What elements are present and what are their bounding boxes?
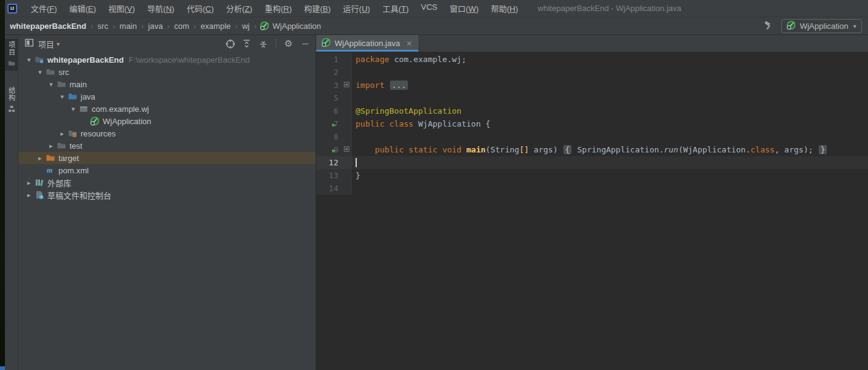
collapse-all-icon[interactable] [258, 38, 269, 49]
code-line-6[interactable]: 6@SpringBootApplication [316, 104, 868, 117]
menu-分析z[interactable]: 分析(Z) [220, 0, 259, 17]
breadcrumb-example[interactable]: example [199, 22, 232, 31]
expand-all-icon[interactable] [241, 38, 252, 49]
code-line-1[interactable]: 1package com.example.wj; [316, 53, 868, 66]
tree-item-草稿文件和控制台[interactable]: ▸草稿文件和控制台 [18, 189, 316, 201]
folded-region[interactable]: } [819, 145, 827, 154]
tree-item-whitepaperBackEnd[interactable]: ▾whitepaperBackEndF:\workspace\whitepape… [18, 53, 316, 66]
menu-构建b[interactable]: 构建(B) [298, 0, 336, 17]
menu-帮助h[interactable]: 帮助(H) [485, 0, 524, 17]
line-number[interactable]: 2 [333, 66, 338, 79]
locate-icon[interactable] [225, 38, 236, 49]
code-line-7[interactable]: 7▶public class WjApplication { [316, 117, 868, 130]
tree-item-pom.xml[interactable]: mpom.xml [18, 164, 316, 176]
line-number[interactable]: 3 [333, 79, 338, 92]
line-number[interactable]: 1 [333, 53, 338, 66]
build-hammer-icon[interactable] [763, 20, 774, 31]
tree-item-com.example.wj[interactable]: ▾com.example.wj [18, 103, 316, 115]
run-gutter-icon[interactable]: ▶ [332, 118, 336, 131]
editor-tab-wjapplication[interactable]: WjApplication.java ✕ [316, 35, 418, 52]
tree-item-src[interactable]: ▾src [18, 66, 316, 78]
tree-chevron-icon[interactable]: ▾ [34, 68, 46, 76]
editor-gutter[interactable]: 5 [316, 92, 351, 104]
fold-expand-icon[interactable]: + [344, 82, 349, 87]
code-line-8[interactable]: 8 [316, 130, 868, 143]
editor-gutter[interactable]: 8 [316, 130, 351, 143]
menu-重构r[interactable]: 重构(R) [258, 0, 298, 17]
intellij-window: IJ 文件(F)编辑(E)视图(V)导航(N)代码(C)分析(Z)重构(R)构建… [5, 0, 868, 370]
editor-gutter[interactable]: 7▶ [316, 117, 351, 130]
tree-chevron-icon[interactable]: ▸ [34, 154, 46, 162]
breadcrumb-main[interactable]: main [118, 22, 138, 31]
code-line-3[interactable]: 3+import ... [316, 79, 868, 92]
breadcrumb-com[interactable]: com [173, 22, 191, 31]
code-editor[interactable]: 1package com.example.wj;23+import ...56@… [316, 52, 868, 370]
chevron-down-icon[interactable]: ▾ [57, 41, 60, 47]
menu-编辑e[interactable]: 编辑(E) [63, 0, 102, 17]
editor-gutter[interactable]: 3+ [316, 79, 351, 92]
window-title: whitepaperBackEnd - WjApplication.java [538, 4, 681, 13]
tree-item-resources[interactable]: ▸resources [18, 127, 316, 140]
menu-代码c[interactable]: 代码(C) [180, 0, 220, 17]
folded-region[interactable]: { [563, 145, 572, 154]
breadcrumb-java[interactable]: java [147, 22, 164, 31]
line-number[interactable]: 14 [328, 182, 338, 195]
editor-gutter[interactable]: 13 [316, 169, 351, 182]
tree-chevron-icon[interactable]: ▾ [68, 105, 79, 113]
tree-item-java[interactable]: ▾java [18, 90, 316, 103]
tree-item-target[interactable]: ▸target [18, 152, 316, 164]
editor-gutter[interactable]: 9▶+ [316, 143, 351, 156]
menu-文件f[interactable]: 文件(F) [25, 0, 63, 17]
tree-chevron-icon[interactable]: ▸ [23, 179, 34, 187]
code-line-5[interactable]: 5 [316, 92, 868, 104]
editor-gutter[interactable]: 12 [316, 156, 351, 169]
breadcrumb-whitepaperBackEnd[interactable]: whitepaperBackEnd [9, 22, 87, 31]
hide-icon[interactable]: ─ [300, 38, 311, 49]
tree-item-test[interactable]: ▸test [18, 140, 316, 152]
breadcrumb-wj[interactable]: wj [241, 22, 250, 31]
breadcrumb-leaf-wjapplication[interactable]: WjApplication [260, 21, 321, 31]
fold-expand-icon[interactable]: + [344, 146, 349, 152]
run-configuration-selector[interactable]: WjApplication ▾ [781, 19, 862, 33]
editor-gutter[interactable]: 6 [316, 104, 351, 117]
line-number[interactable]: 5 [333, 92, 338, 104]
tree-chevron-icon[interactable]: ▸ [23, 191, 34, 199]
run-gutter-icon[interactable]: ▶ [332, 144, 336, 157]
menu-工具t[interactable]: 工具(T) [376, 0, 415, 17]
project-panel-title[interactable]: 项目 [38, 38, 54, 50]
project-panel-actions: ⚙─ [225, 38, 311, 49]
tree-chevron-icon[interactable]: ▸ [57, 130, 68, 138]
code-line-13[interactable]: 13} [316, 169, 868, 182]
code-line-14[interactable]: 14 [316, 182, 868, 195]
line-number[interactable]: 8 [333, 130, 338, 143]
code-line-9[interactable]: 9▶+ public static void main(String[] arg… [316, 143, 868, 156]
menu-导航n[interactable]: 导航(N) [141, 0, 180, 17]
close-icon[interactable]: ✕ [406, 39, 412, 48]
line-number[interactable]: 13 [328, 169, 338, 182]
editor-gutter[interactable]: 14 [316, 182, 351, 195]
folded-region[interactable]: ... [390, 81, 408, 90]
code-text [351, 66, 868, 79]
settings-icon[interactable]: ⚙ [283, 38, 294, 49]
menu-窗口w[interactable]: 窗口(W) [444, 0, 485, 17]
tree-chevron-icon[interactable]: ▾ [57, 93, 68, 101]
tree-item-外部库[interactable]: ▸外部库 [18, 176, 316, 189]
tree-item-WjApplication[interactable]: WjApplication [18, 115, 316, 127]
line-number[interactable]: 12 [328, 156, 338, 169]
stripe-button-结构[interactable]: 结构 [5, 84, 18, 116]
tree-item-label: main [70, 80, 87, 89]
menu-视图v[interactable]: 视图(V) [102, 0, 141, 17]
editor-gutter[interactable]: 2 [316, 66, 351, 79]
code-line-2[interactable]: 2 [316, 66, 868, 79]
tree-chevron-icon[interactable]: ▾ [23, 56, 34, 64]
editor-gutter[interactable]: 1 [316, 53, 351, 66]
tree-chevron-icon[interactable]: ▾ [46, 81, 57, 89]
line-number[interactable]: 6 [333, 104, 338, 117]
code-line-12[interactable]: 12 [316, 156, 868, 169]
stripe-button-项目[interactable]: 项目 [5, 39, 18, 71]
breadcrumb-src[interactable]: src [97, 22, 109, 31]
tree-chevron-icon[interactable]: ▸ [46, 142, 57, 150]
menu-vcs[interactable]: VCS [415, 0, 444, 17]
menu-运行u[interactable]: 运行(U) [337, 0, 376, 17]
tree-item-main[interactable]: ▾main [18, 78, 316, 90]
